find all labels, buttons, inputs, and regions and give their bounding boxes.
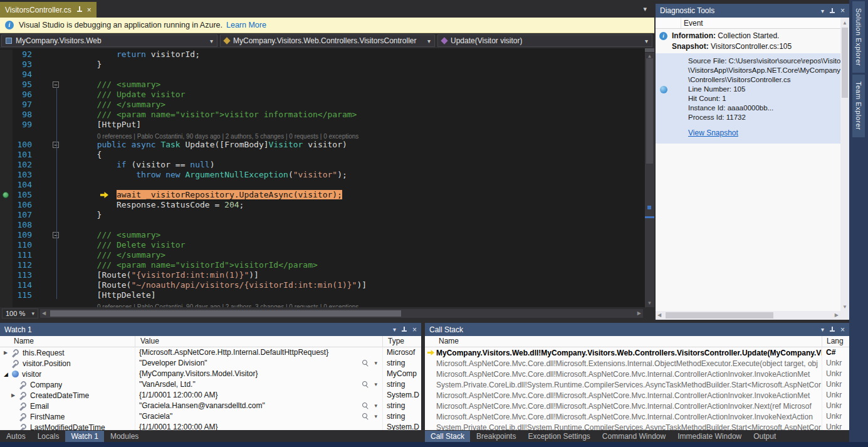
breakpoint-margin[interactable] <box>0 250 13 260</box>
fold-margin[interactable] <box>36 210 58 220</box>
close-icon[interactable]: × <box>840 325 845 334</box>
fold-margin[interactable]: − <box>36 230 58 240</box>
scroll-down-icon[interactable]: ▼ <box>645 300 654 306</box>
fold-margin[interactable]: − <box>36 140 58 150</box>
call-stack-frame[interactable]: Microsoft.AspNetCore.Mvc.Core.dll!Micros… <box>425 369 849 379</box>
breakpoint-margin[interactable] <box>0 180 13 190</box>
expander-icon[interactable]: ▶ <box>4 350 12 355</box>
breakpoint-margin[interactable] <box>0 160 13 170</box>
fold-margin[interactable] <box>36 250 58 260</box>
magnifier-icon[interactable] <box>362 360 367 365</box>
breakpoint-margin[interactable] <box>0 230 13 240</box>
code-editor[interactable]: 92 return visitorId;93 }9495− /// <summa… <box>0 48 654 307</box>
call-stack-frame[interactable]: Microsoft.AspNetCore.Mvc.Core.dll!Micros… <box>425 358 849 369</box>
panel-tab-output[interactable]: Output <box>748 431 782 443</box>
magnifier-icon[interactable] <box>362 413 367 418</box>
magnifier-dropdown-icon[interactable]: ▾ <box>374 358 377 369</box>
fold-margin[interactable] <box>36 170 58 180</box>
fold-margin[interactable] <box>36 50 58 60</box>
breakpoint-margin[interactable] <box>0 240 13 250</box>
tab-overflow-chevron-icon[interactable]: ▾ <box>643 5 647 13</box>
magnifier-dropdown-icon[interactable]: ▾ <box>374 411 377 422</box>
watch-row[interactable]: Email"Graciela.Hansen@vanarsdelltd.com"▾… <box>0 401 421 411</box>
document-tab-visitorscontroller[interactable]: VisitorsController.cs × <box>0 2 97 18</box>
panel-tab-autos[interactable]: Autos <box>1 431 31 443</box>
scroll-thumb[interactable] <box>666 312 773 318</box>
close-icon[interactable]: × <box>87 6 92 14</box>
code-line[interactable]: 107 } <box>0 210 644 220</box>
fold-margin[interactable] <box>36 120 58 130</box>
code-line[interactable]: 109− /// <summary> <box>0 230 644 240</box>
call-stack-frame[interactable]: MyCompany.Visitors.Web.dll!MyCompany.Vis… <box>425 347 849 358</box>
editor-horizontal-scrollbar[interactable]: ◀ ▶ <box>40 309 643 318</box>
scroll-right-icon[interactable]: ▶ <box>835 312 839 318</box>
fold-margin[interactable] <box>36 270 58 280</box>
magnifier-icon[interactable] <box>362 381 367 386</box>
breakpoint-margin[interactable] <box>0 290 13 300</box>
watch-row[interactable]: LastModifiedDateTime{1/1/0001 12:00:00 A… <box>0 422 421 430</box>
learn-more-link[interactable]: Learn More <box>226 21 266 29</box>
code-line[interactable]: 102 if (visitor == null) <box>0 160 644 170</box>
breakpoint-margin[interactable] <box>0 120 13 130</box>
code-line[interactable]: 110 /// Delete visitor <box>0 240 644 250</box>
code-line[interactable]: 106 Response.StatusCode = 204; <box>0 200 644 210</box>
code-area[interactable]: 92 return visitorId;93 }9495− /// <summa… <box>0 50 644 307</box>
scroll-thumb[interactable] <box>50 310 401 317</box>
watch-row[interactable]: Company"VanArsdel, Ltd."▾string <box>0 379 421 390</box>
expander-icon[interactable]: ◢ <box>4 371 12 377</box>
breakpoint-margin[interactable] <box>0 150 13 160</box>
magnifier-dropdown-icon[interactable]: ▾ <box>374 401 377 411</box>
fold-margin[interactable] <box>36 130 58 140</box>
close-icon[interactable]: × <box>412 325 417 334</box>
column-header-name[interactable]: Name <box>425 336 822 347</box>
code-line[interactable]: 105 await _visitorRepository.UpdateAsync… <box>0 190 644 200</box>
window-menu-icon[interactable]: ▾ <box>821 8 824 14</box>
codelens-row[interactable]: 0 references | Pablo Costantini, 90 days… <box>0 300 644 307</box>
fold-margin[interactable] <box>36 180 58 190</box>
panel-tab-call-stack[interactable]: Call Stack <box>425 431 470 443</box>
fold-margin[interactable] <box>36 190 58 200</box>
code-line[interactable]: 99 [HttpPut] <box>0 120 644 130</box>
code-line[interactable]: 95− /// <summary> <box>0 80 644 90</box>
type-dropdown[interactable]: MyCompany.Visitors.Web.Controllers.Visit… <box>220 34 435 47</box>
call-stack-frame[interactable]: Microsoft.AspNetCore.Mvc.Core.dll!Micros… <box>425 411 849 422</box>
fold-margin[interactable] <box>36 200 58 210</box>
event-row-snapshot[interactable]: Snapshot: VisitorsController.cs:105 <box>656 41 840 52</box>
breakpoint-margin[interactable] <box>0 190 13 200</box>
scroll-left-icon[interactable]: ◀ <box>657 312 661 318</box>
panel-tab-locals[interactable]: Locals <box>32 431 65 443</box>
scroll-thumb[interactable] <box>646 58 653 164</box>
breakpoint-margin[interactable] <box>0 200 13 210</box>
code-line[interactable]: 92 return visitorId; <box>0 50 644 60</box>
fold-margin[interactable] <box>36 300 58 307</box>
code-line[interactable]: 114 [Route("~/noauth/api/visitors/{visit… <box>0 280 644 290</box>
panel-tab-modules[interactable]: Modules <box>105 431 144 443</box>
panel-tab-watch-1[interactable]: Watch 1 <box>65 431 104 443</box>
column-header-lang[interactable]: Lang <box>822 336 849 347</box>
call-stack-frame[interactable]: Microsoft.AspNetCore.Mvc.Core.dll!Micros… <box>425 390 849 401</box>
magnifier-dropdown-icon[interactable]: ▾ <box>374 379 377 390</box>
view-snapshot-link[interactable]: View Snapshot <box>688 129 738 137</box>
breakpoint-margin[interactable] <box>0 60 13 70</box>
expander-icon[interactable]: ▶ <box>11 392 19 398</box>
side-tab-team-explorer[interactable]: Team Explorer <box>852 75 865 137</box>
fold-margin[interactable] <box>36 60 58 70</box>
window-menu-icon[interactable]: ▾ <box>393 326 396 333</box>
scroll-thumb[interactable] <box>842 28 848 98</box>
fold-margin[interactable] <box>36 220 58 230</box>
column-header-type[interactable]: Type <box>382 336 421 347</box>
scroll-left-icon[interactable]: ◀ <box>42 310 46 316</box>
scroll-right-icon[interactable]: ▶ <box>637 310 641 316</box>
pin-icon[interactable] <box>830 8 835 14</box>
breakpoint-margin[interactable] <box>0 80 13 90</box>
call-stack-frame[interactable]: System.Private.CoreLib.dll!System.Runtim… <box>425 379 849 390</box>
pin-icon[interactable] <box>830 326 835 333</box>
side-tab-solution-explorer[interactable]: Solution Explorer <box>852 1 865 73</box>
breakpoint-margin[interactable] <box>0 50 13 60</box>
watch-row[interactable]: FirstName"Graciela"▾string <box>0 411 421 422</box>
codelens-indicator[interactable]: 0 references | Pablo Costantini, 90 days… <box>97 133 358 140</box>
breakpoint-margin[interactable] <box>0 140 13 150</box>
code-line[interactable]: 93 } <box>0 60 644 70</box>
call-stack-frame[interactable]: Microsoft.AspNetCore.Mvc.Core.dll!Micros… <box>425 401 849 411</box>
magnifier-icon[interactable] <box>362 402 367 408</box>
